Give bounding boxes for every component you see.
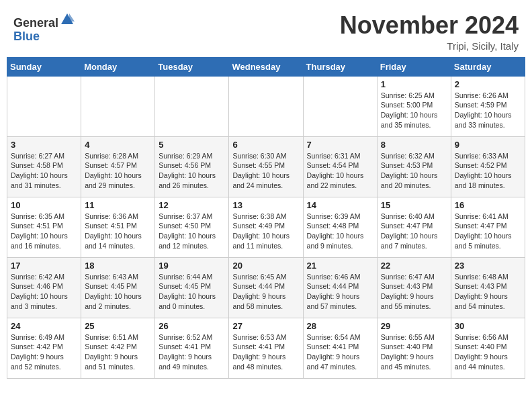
day-info: Sunrise: 6:47 AMSunset: 4:43 PMDaylight:… — [381, 272, 447, 312]
calendar-cell: 12Sunrise: 6:37 AMSunset: 4:50 PMDayligh… — [155, 197, 229, 257]
calendar-week-row: 10Sunrise: 6:35 AMSunset: 4:51 PMDayligh… — [7, 197, 525, 257]
weekday-header: Monday — [81, 57, 155, 76]
weekday-header-row: SundayMondayTuesdayWednesdayThursdayFrid… — [7, 57, 525, 76]
calendar-cell: 21Sunrise: 6:46 AMSunset: 4:44 PMDayligh… — [303, 257, 377, 318]
day-info: Sunrise: 6:27 AMSunset: 4:58 PMDaylight:… — [11, 151, 77, 191]
logo-icon — [60, 12, 75, 27]
day-number: 15 — [381, 200, 447, 210]
day-number: 20 — [232, 261, 299, 271]
day-number: 13 — [232, 200, 299, 210]
calendar-cell: 28Sunrise: 6:54 AMSunset: 4:41 PMDayligh… — [303, 318, 377, 378]
day-number: 23 — [455, 261, 521, 271]
day-number: 3 — [11, 140, 77, 150]
calendar-cell: 15Sunrise: 6:40 AMSunset: 4:47 PMDayligh… — [377, 197, 451, 257]
day-number: 24 — [11, 321, 77, 331]
day-info: Sunrise: 6:52 AMSunset: 4:41 PMDaylight:… — [159, 332, 225, 372]
calendar-week-row: 3Sunrise: 6:27 AMSunset: 4:58 PMDaylight… — [7, 136, 525, 197]
day-info: Sunrise: 6:35 AMSunset: 4:51 PMDaylight:… — [11, 212, 77, 251]
calendar-cell: 5Sunrise: 6:29 AMSunset: 4:56 PMDaylight… — [155, 136, 229, 197]
calendar-cell: 26Sunrise: 6:52 AMSunset: 4:41 PMDayligh… — [155, 318, 229, 378]
calendar-cell: 9Sunrise: 6:33 AMSunset: 4:52 PMDaylight… — [451, 136, 525, 197]
day-number: 30 — [455, 321, 521, 331]
logo-blue: Blue — [13, 30, 40, 43]
day-info: Sunrise: 6:46 AMSunset: 4:44 PMDaylight:… — [307, 272, 373, 312]
weekday-header: Friday — [377, 57, 451, 76]
day-info: Sunrise: 6:39 AMSunset: 4:48 PMDaylight:… — [307, 212, 373, 251]
day-info: Sunrise: 6:26 AMSunset: 4:59 PMDaylight:… — [455, 91, 521, 130]
day-number: 18 — [85, 261, 151, 271]
day-number: 6 — [232, 140, 299, 150]
day-info: Sunrise: 6:31 AMSunset: 4:54 PMDaylight:… — [307, 151, 373, 191]
day-info: Sunrise: 6:43 AMSunset: 4:45 PMDaylight:… — [85, 272, 151, 312]
calendar-cell: 23Sunrise: 6:48 AMSunset: 4:43 PMDayligh… — [451, 257, 525, 318]
day-number: 14 — [307, 200, 373, 210]
logo-general: General — [13, 16, 58, 30]
calendar-cell: 8Sunrise: 6:32 AMSunset: 4:53 PMDaylight… — [377, 136, 451, 197]
day-info: Sunrise: 6:41 AMSunset: 4:47 PMDaylight:… — [455, 212, 521, 251]
day-info: Sunrise: 6:45 AMSunset: 4:44 PMDaylight:… — [232, 272, 299, 312]
day-info: Sunrise: 6:29 AMSunset: 4:56 PMDaylight:… — [159, 151, 225, 191]
calendar-week-row: 24Sunrise: 6:49 AMSunset: 4:42 PMDayligh… — [7, 318, 525, 378]
location-subtitle: Tripi, Sicily, Italy — [340, 40, 519, 52]
day-number: 2 — [455, 79, 521, 89]
day-info: Sunrise: 6:38 AMSunset: 4:49 PMDaylight:… — [232, 212, 299, 251]
calendar-table: SundayMondayTuesdayWednesdayThursdayFrid… — [7, 57, 525, 379]
calendar-cell: 13Sunrise: 6:38 AMSunset: 4:49 PMDayligh… — [229, 197, 303, 257]
day-info: Sunrise: 6:40 AMSunset: 4:47 PMDaylight:… — [381, 212, 447, 251]
calendar-cell: 11Sunrise: 6:36 AMSunset: 4:51 PMDayligh… — [81, 197, 155, 257]
day-info: Sunrise: 6:49 AMSunset: 4:42 PMDaylight:… — [11, 332, 77, 372]
calendar-cell: 4Sunrise: 6:28 AMSunset: 4:57 PMDaylight… — [81, 136, 155, 197]
day-number: 7 — [307, 140, 373, 150]
day-number: 5 — [159, 140, 225, 150]
calendar-cell: 6Sunrise: 6:30 AMSunset: 4:55 PMDaylight… — [229, 136, 303, 197]
weekday-header: Wednesday — [229, 57, 303, 76]
calendar-week-row: 1Sunrise: 6:25 AMSunset: 5:00 PMDaylight… — [7, 76, 525, 136]
day-info: Sunrise: 6:42 AMSunset: 4:46 PMDaylight:… — [11, 272, 77, 312]
calendar-week-row: 17Sunrise: 6:42 AMSunset: 4:46 PMDayligh… — [7, 257, 525, 318]
day-number: 29 — [381, 321, 447, 331]
title-block: November 2024 Tripi, Sicily, Italy — [340, 12, 519, 52]
svg-marker-1 — [69, 13, 75, 21]
calendar-cell: 18Sunrise: 6:43 AMSunset: 4:45 PMDayligh… — [81, 257, 155, 318]
day-number: 12 — [159, 200, 225, 210]
calendar-cell: 29Sunrise: 6:55 AMSunset: 4:40 PMDayligh… — [377, 318, 451, 378]
calendar-cell: 27Sunrise: 6:53 AMSunset: 4:41 PMDayligh… — [229, 318, 303, 378]
day-info: Sunrise: 6:51 AMSunset: 4:42 PMDaylight:… — [85, 332, 151, 372]
calendar-cell: 24Sunrise: 6:49 AMSunset: 4:42 PMDayligh… — [7, 318, 81, 378]
day-info: Sunrise: 6:55 AMSunset: 4:40 PMDaylight:… — [381, 332, 447, 372]
day-info: Sunrise: 6:48 AMSunset: 4:43 PMDaylight:… — [455, 272, 521, 312]
day-number: 26 — [159, 321, 225, 331]
day-info: Sunrise: 6:28 AMSunset: 4:57 PMDaylight:… — [85, 151, 151, 191]
calendar-cell: 1Sunrise: 6:25 AMSunset: 5:00 PMDaylight… — [377, 76, 451, 136]
calendar-cell: 20Sunrise: 6:45 AMSunset: 4:44 PMDayligh… — [229, 257, 303, 318]
day-number: 19 — [159, 261, 225, 271]
calendar-cell — [7, 76, 81, 136]
day-number: 4 — [85, 140, 151, 150]
day-number: 22 — [381, 261, 447, 271]
day-info: Sunrise: 6:33 AMSunset: 4:52 PMDaylight:… — [455, 151, 521, 191]
calendar-cell: 16Sunrise: 6:41 AMSunset: 4:47 PMDayligh… — [451, 197, 525, 257]
weekday-header: Sunday — [7, 57, 81, 76]
weekday-header: Thursday — [303, 57, 377, 76]
weekday-header: Saturday — [451, 57, 525, 76]
day-number: 28 — [307, 321, 373, 331]
calendar-cell: 17Sunrise: 6:42 AMSunset: 4:46 PMDayligh… — [7, 257, 81, 318]
day-number: 17 — [11, 261, 77, 271]
calendar-cell — [229, 76, 303, 136]
day-number: 9 — [455, 140, 521, 150]
logo: General Blue — [13, 12, 75, 44]
day-info: Sunrise: 6:54 AMSunset: 4:41 PMDaylight:… — [307, 332, 373, 372]
day-info: Sunrise: 6:53 AMSunset: 4:41 PMDaylight:… — [232, 332, 299, 372]
day-info: Sunrise: 6:25 AMSunset: 5:00 PMDaylight:… — [381, 91, 447, 130]
calendar-cell: 14Sunrise: 6:39 AMSunset: 4:48 PMDayligh… — [303, 197, 377, 257]
page-header: General Blue November 2024 Tripi, Sicily… — [7, 7, 525, 52]
day-number: 21 — [307, 261, 373, 271]
day-info: Sunrise: 6:37 AMSunset: 4:50 PMDaylight:… — [159, 212, 225, 251]
month-title: November 2024 — [340, 12, 519, 39]
calendar-cell: 19Sunrise: 6:44 AMSunset: 4:45 PMDayligh… — [155, 257, 229, 318]
calendar-cell: 30Sunrise: 6:56 AMSunset: 4:40 PMDayligh… — [451, 318, 525, 378]
calendar-cell — [81, 76, 155, 136]
calendar-cell — [303, 76, 377, 136]
calendar-cell: 2Sunrise: 6:26 AMSunset: 4:59 PMDaylight… — [451, 76, 525, 136]
weekday-header: Tuesday — [155, 57, 229, 76]
